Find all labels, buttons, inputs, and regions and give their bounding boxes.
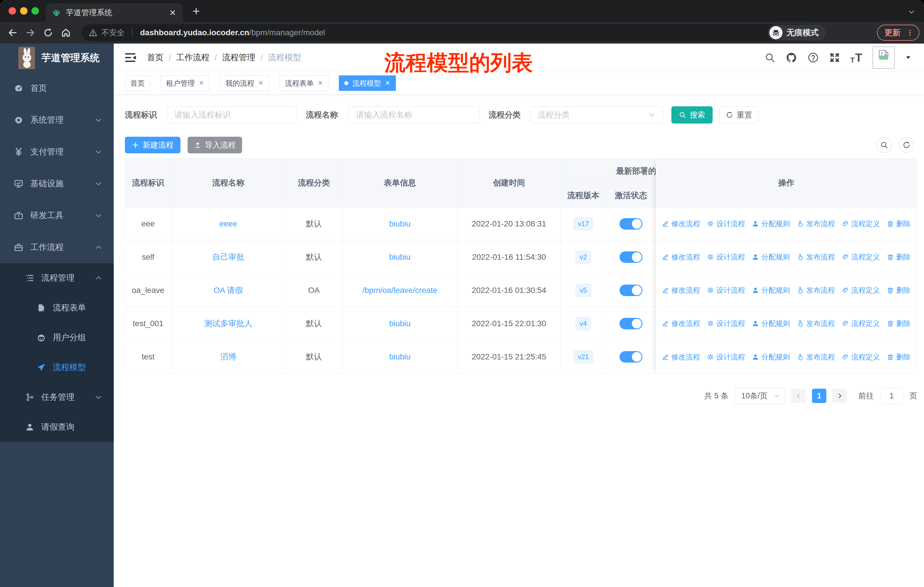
refresh-list-button[interactable] <box>899 137 914 153</box>
process-key-input[interactable]: 请输入流程标识 <box>167 106 297 124</box>
tag-process-form[interactable]: 流程表单✕ <box>280 75 328 91</box>
prev-page-button[interactable] <box>791 389 806 403</box>
row-action-link[interactable]: 设计流程 <box>707 252 745 262</box>
avatar-caret-icon[interactable] <box>905 55 911 61</box>
sidebar-item-process-model[interactable]: 流程模型 <box>0 352 114 382</box>
process-name-link[interactable]: 测试多审批人 <box>204 318 252 329</box>
breadcrumb-process-management[interactable]: 流程管理 <box>222 52 255 63</box>
sidebar-item-payment[interactable]: 支付管理 <box>0 136 114 168</box>
sidebar-item-process-management[interactable]: 流程管理 <box>0 263 114 293</box>
process-name-link[interactable]: eeee <box>219 219 237 228</box>
sidebar-item-infrastructure[interactable]: 基础设施 <box>0 168 114 200</box>
create-process-button[interactable]: 新建流程 <box>125 137 180 153</box>
zoom-window-button[interactable] <box>31 7 39 15</box>
row-action-link[interactable]: 修改流程 <box>662 252 700 262</box>
breadcrumb-home[interactable]: 首页 <box>147 52 163 63</box>
row-action-link[interactable]: 分配规则 <box>752 352 790 362</box>
tag-process-model[interactable]: 流程模型✕ <box>339 75 396 91</box>
close-tag-icon[interactable]: ✕ <box>385 79 390 87</box>
process-name-input[interactable]: 请输入流程名称 <box>348 106 480 124</box>
tag-tenant[interactable]: 租户管理✕ <box>161 75 210 91</box>
search-button[interactable]: 搜索 <box>672 106 713 124</box>
active-state-toggle[interactable] <box>620 351 642 362</box>
incognito-badge[interactable]: 无痕模式 <box>767 25 825 41</box>
sidebar-item-task-management[interactable]: 任务管理 <box>0 382 114 412</box>
row-action-link[interactable]: 删除 <box>887 319 911 328</box>
import-process-button[interactable]: 导入流程 <box>188 137 242 153</box>
row-action-link[interactable]: 发布流程 <box>797 286 835 295</box>
url-text[interactable]: dashboard.yudao.iocoder.cn/bpm/manager/m… <box>140 28 325 37</box>
browser-menu-kebab-icon[interactable] <box>906 29 914 36</box>
row-action-link[interactable]: 设计流程 <box>707 286 745 295</box>
row-action-link[interactable]: 设计流程 <box>707 219 745 228</box>
row-action-link[interactable]: 修改流程 <box>662 319 700 328</box>
user-avatar[interactable] <box>873 46 895 69</box>
row-action-link[interactable]: 发布流程 <box>797 352 835 362</box>
row-action-link[interactable]: 发布流程 <box>797 252 835 262</box>
row-action-link[interactable]: 删除 <box>887 252 911 262</box>
back-button[interactable] <box>7 28 18 38</box>
row-action-link[interactable]: 修改流程 <box>662 219 700 228</box>
browser-update-button[interactable]: 更新 <box>877 25 919 41</box>
row-action-link[interactable]: 流程定义 <box>842 319 880 328</box>
page-size-select[interactable]: 10条/页 <box>735 387 785 404</box>
row-action-link[interactable]: 修改流程 <box>662 286 700 295</box>
sidebar-item-workflow[interactable]: 工作流程 <box>0 231 114 263</box>
row-action-link[interactable]: 分配规则 <box>752 252 790 262</box>
sidebar-item-user-group[interactable]: 用户分组 <box>0 323 114 352</box>
row-action-link[interactable]: 流程定义 <box>842 352 880 362</box>
sidebar-item-home[interactable]: 首页 <box>0 72 114 104</box>
breadcrumb-workflow[interactable]: 工作流程 <box>176 52 210 63</box>
header-search-icon[interactable] <box>764 52 776 63</box>
form-info-link[interactable]: biubiu <box>389 352 411 361</box>
forward-button[interactable] <box>25 28 36 38</box>
page-number-current[interactable]: 1 <box>812 389 826 403</box>
app-logo[interactable]: 芋道管理系统 <box>0 43 114 72</box>
form-info-link[interactable]: biubiu <box>389 319 411 328</box>
close-window-button[interactable] <box>8 7 16 15</box>
close-tag-icon[interactable]: ✕ <box>318 79 323 87</box>
form-info-link[interactable]: biubiu <box>389 219 411 228</box>
active-state-toggle[interactable] <box>620 318 642 329</box>
hamburger-collapse-icon[interactable] <box>125 53 137 63</box>
home-button[interactable] <box>61 28 71 38</box>
minimize-window-button[interactable] <box>20 7 28 15</box>
sidebar-item-system[interactable]: 系统管理 <box>0 104 114 136</box>
sidebar-item-leave-query[interactable]: 请假查询 <box>0 412 114 442</box>
form-info-link[interactable]: /bpm/oa/leave/create <box>362 286 437 295</box>
browser-tab[interactable]: 芋道管理系统 <box>46 3 183 22</box>
address-bar[interactable]: 不安全 dashboard.yudao.iocoder.cn/bpm/manag… <box>81 24 818 41</box>
row-action-link[interactable]: 设计流程 <box>707 352 745 362</box>
tag-my-process[interactable]: 我的流程✕ <box>220 75 269 91</box>
row-action-link[interactable]: 分配规则 <box>752 219 790 228</box>
sidebar-item-devtools[interactable]: 研发工具 <box>0 200 114 231</box>
security-label[interactable]: 不安全 <box>101 28 125 38</box>
active-state-toggle[interactable] <box>620 218 642 230</box>
toggle-search-button[interactable] <box>876 137 892 153</box>
tab-search-chevron-icon[interactable] <box>908 8 916 16</box>
row-action-link[interactable]: 流程定义 <box>842 252 880 262</box>
help-question-icon[interactable] <box>807 52 819 63</box>
active-state-toggle[interactable] <box>620 284 642 296</box>
row-action-link[interactable]: 分配规则 <box>752 286 790 295</box>
row-action-link[interactable]: 修改流程 <box>662 352 700 362</box>
row-action-link[interactable]: 流程定义 <box>842 219 880 228</box>
row-action-link[interactable]: 发布流程 <box>797 219 835 228</box>
process-category-select[interactable]: 流程分类 <box>530 106 663 124</box>
font-size-icon[interactable]: TT <box>850 51 862 64</box>
process-name-link[interactable]: OA 请假 <box>214 285 243 296</box>
fullscreen-icon[interactable] <box>829 52 840 63</box>
row-action-link[interactable]: 流程定义 <box>842 286 880 295</box>
row-action-link[interactable]: 设计流程 <box>707 319 745 328</box>
goto-page-input[interactable]: 1 <box>880 388 903 404</box>
sidebar-item-process-form[interactable]: 流程表单 <box>0 293 114 323</box>
row-action-link[interactable]: 发布流程 <box>797 319 835 328</box>
github-icon[interactable] <box>785 52 797 63</box>
reset-button[interactable]: 重置 <box>719 106 759 124</box>
close-tag-icon[interactable]: ✕ <box>199 79 204 87</box>
row-action-link[interactable]: 删除 <box>887 219 911 228</box>
tag-home[interactable]: 首页 <box>125 75 150 91</box>
form-info-link[interactable]: biubiu <box>389 253 411 262</box>
reload-button[interactable] <box>43 28 53 38</box>
close-tag-icon[interactable]: ✕ <box>258 79 263 87</box>
